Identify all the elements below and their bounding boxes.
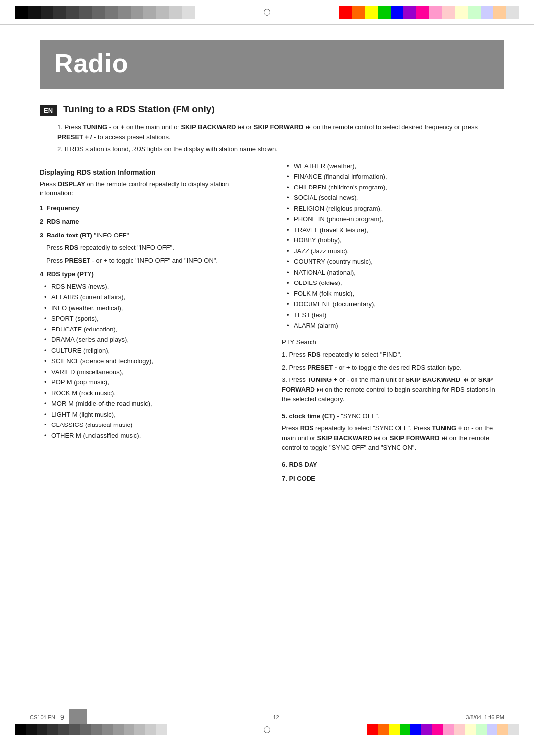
item-5-clock: 5. clock time (CT) - "SYNC OFF". bbox=[282, 411, 504, 421]
bullet-item: AFFAIRS (current affairs), bbox=[44, 292, 262, 302]
right-bullets: WEATHER (weather),FINANCE (financial inf… bbox=[282, 161, 504, 331]
bw-strip bbox=[15, 6, 195, 19]
bottom-crosshair bbox=[260, 723, 274, 737]
section-title: Tuning to a RDS Station (FM only) bbox=[63, 104, 215, 115]
bullet-item: ROCK M (rock music), bbox=[44, 388, 262, 398]
bullet-item: TEST (test) bbox=[287, 310, 504, 320]
margin-line-right bbox=[500, 25, 500, 707]
item-5-content: Press RDS repeatedly to select "SYNC OFF… bbox=[282, 424, 504, 453]
footer-code: CS104 EN bbox=[30, 714, 55, 720]
bullet-item: RELIGION (religious program), bbox=[287, 204, 504, 214]
bullet-item: HOBBY (hobby), bbox=[287, 236, 504, 245]
bullet-item: CLASSICS (classical music), bbox=[44, 420, 262, 430]
bottom-color-strip bbox=[367, 724, 519, 735]
bottom-bar bbox=[0, 723, 534, 736]
item-3-line1: Press RDS repeatedly to select "INFO OFF… bbox=[40, 243, 262, 253]
footer-left: CS104 EN bbox=[30, 714, 55, 720]
pty-search-heading: PTY Search bbox=[282, 337, 504, 347]
left-column: Displaying RDS station Information Press… bbox=[40, 161, 262, 487]
section-heading: EN Tuning to a RDS Station (FM only) bbox=[40, 104, 504, 116]
bullet-item: MOR M (middle-of-the road music), bbox=[44, 399, 262, 409]
bullet-item: POP M (pop music), bbox=[44, 378, 262, 387]
bullet-item: RDS NEWS (news), bbox=[44, 282, 262, 292]
pty-step-2: 2. Press PRESET - or + to toggle the des… bbox=[282, 363, 504, 373]
item-3-radio-text: 3. Radio text (RT) "INFO OFF" bbox=[40, 231, 262, 240]
page-number-label: 9 bbox=[60, 713, 64, 721]
bullet-item: JAZZ (Jazz music), bbox=[287, 246, 504, 256]
bullet-item: TRAVEL (travel & leisure), bbox=[287, 225, 504, 235]
footer-page: 12 bbox=[273, 714, 279, 720]
bullet-item: VARIED (miscellaneous), bbox=[44, 367, 262, 377]
displaying-rds-subsection: Displaying RDS station Information Press… bbox=[40, 168, 262, 441]
pty-step-1: 1. Press RDS repeatedly to select "FIND"… bbox=[282, 350, 504, 360]
bullet-item: FINANCE (financial information), bbox=[287, 172, 504, 182]
step-2: 2. If RDS station is found, RDS lights o… bbox=[57, 144, 504, 154]
bullet-item: FOLK M (folk music), bbox=[287, 289, 504, 299]
item-7-pi-code: 7. PI CODE bbox=[282, 474, 504, 484]
bullet-item: LIGHT M (light music), bbox=[44, 410, 262, 420]
crosshair-center bbox=[260, 5, 274, 19]
page-title: Radio bbox=[54, 48, 490, 78]
page-content: Radio EN Tuning to a RDS Station (FM onl… bbox=[0, 25, 534, 517]
footer-center: 12 bbox=[87, 714, 466, 720]
two-column-layout: Displaying RDS station Information Press… bbox=[40, 161, 504, 487]
bullet-item: DRAMA (series and plays), bbox=[44, 335, 262, 345]
bullet-item: PHONE IN (phone-in program), bbox=[287, 214, 504, 224]
color-strip-right bbox=[339, 6, 519, 19]
display-intro: Press DISPLAY on the remote control repe… bbox=[40, 179, 262, 198]
bullet-item: DOCUMENT (documentary), bbox=[287, 299, 504, 309]
right-column: WEATHER (weather),FINANCE (financial inf… bbox=[282, 161, 504, 487]
bullet-item: SOCIAL (social news), bbox=[287, 193, 504, 203]
bullet-item: CULTURE (religion), bbox=[44, 346, 262, 356]
pty-step-3: 3. Press TUNING + or - on the main unit … bbox=[282, 375, 504, 404]
item-2-rds-name: 2. RDS name bbox=[40, 217, 262, 227]
sub-heading: Displaying RDS station Information bbox=[40, 168, 262, 176]
bullet-item: OLDIES (oldies), bbox=[287, 278, 504, 288]
item-6-rds-day: 6. RDS DAY bbox=[282, 460, 504, 470]
bullet-item: COUNTRY (country music), bbox=[287, 257, 504, 267]
bullet-item: CHILDREN (children's program), bbox=[287, 183, 504, 192]
bullet-item: SCIENCE(science and technology), bbox=[44, 356, 262, 366]
top-bar bbox=[0, 0, 534, 25]
item-3-line2: Press PRESET - or + to toggle "INFO OFF"… bbox=[40, 256, 262, 266]
bullet-item: ALARM (alarm) bbox=[287, 321, 504, 331]
margin-line-left bbox=[34, 25, 34, 707]
title-section: Radio bbox=[40, 40, 504, 89]
footer-right: 3/8/04, 1:46 PM bbox=[466, 714, 504, 720]
bullet-item: OTHER M (unclassified music), bbox=[44, 431, 262, 441]
item-1-frequency: 1. Frequency bbox=[40, 203, 262, 213]
bullet-item: INFO (weather, medical), bbox=[44, 303, 262, 313]
pty-bullet-list: RDS NEWS (news),AFFAIRS (current affairs… bbox=[40, 282, 262, 441]
bullet-item: EDUCATE (education), bbox=[44, 325, 262, 334]
item-4-rds-type: 4. RDS type (PTY) bbox=[40, 269, 262, 279]
bullet-item: SPORT (sports), bbox=[44, 314, 262, 324]
intro-steps: 1. Press TUNING - or + on the main unit … bbox=[40, 122, 504, 154]
bullet-item: WEATHER (weather), bbox=[287, 161, 504, 171]
bottom-bw-strip bbox=[15, 724, 167, 735]
bullet-item: NATIONAL (national), bbox=[287, 268, 504, 278]
footer-date: 3/8/04, 1:46 PM bbox=[466, 714, 504, 720]
en-badge: EN bbox=[40, 105, 57, 116]
step-1: 1. Press TUNING - or + on the main unit … bbox=[57, 122, 504, 142]
